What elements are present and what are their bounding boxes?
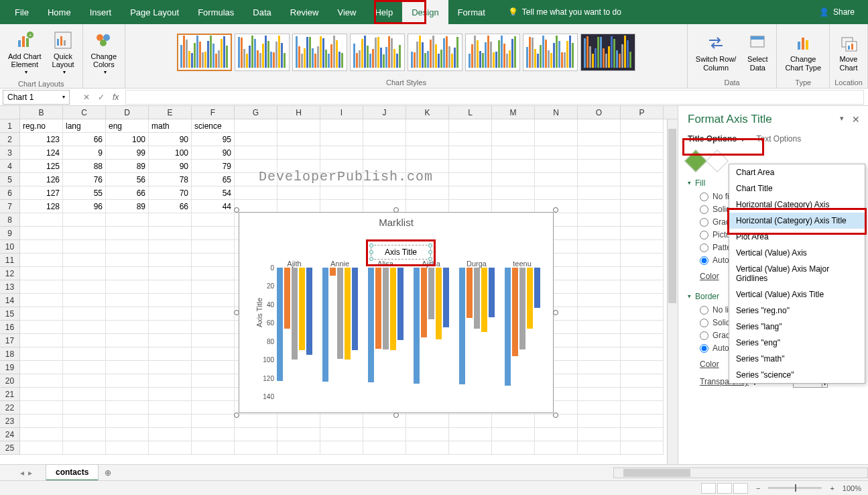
cell[interactable]: 96 <box>63 200 106 213</box>
col-header[interactable]: F <box>192 106 235 119</box>
cell[interactable] <box>320 200 363 213</box>
tab-formulas[interactable]: Formulas <box>188 0 243 24</box>
tab-review[interactable]: Review <box>281 0 328 24</box>
cell[interactable] <box>621 361 664 374</box>
cell[interactable] <box>63 401 106 415</box>
cell[interactable] <box>277 415 320 428</box>
cell[interactable] <box>20 415 63 428</box>
cell[interactable] <box>106 388 149 401</box>
col-header[interactable]: K <box>406 106 449 119</box>
cell[interactable] <box>235 415 277 428</box>
cell[interactable] <box>106 415 149 428</box>
sheet-nav[interactable]: ◂▸ <box>20 468 32 478</box>
cell[interactable]: 66 <box>149 200 192 213</box>
dropdown-item[interactable]: Plot Area <box>729 229 865 245</box>
cell[interactable] <box>20 347 63 361</box>
cell[interactable]: 95 <box>192 133 235 146</box>
cell[interactable] <box>449 415 492 428</box>
chart-title[interactable]: Marklist <box>239 217 553 228</box>
cell[interactable] <box>621 334 664 347</box>
tab-page-layout[interactable]: Page Layout <box>121 0 188 24</box>
row-header[interactable]: 2 <box>0 133 20 146</box>
cell[interactable] <box>235 160 277 173</box>
cell[interactable] <box>406 186 449 200</box>
cell[interactable] <box>192 334 235 347</box>
zoom-out-icon[interactable]: − <box>756 484 760 492</box>
cell[interactable] <box>535 441 578 455</box>
cell[interactable] <box>235 173 277 186</box>
sheet-tab-contacts[interactable]: contacts <box>46 464 99 481</box>
fx-icon[interactable]: fx <box>113 93 119 102</box>
cell[interactable] <box>621 307 664 321</box>
cell[interactable]: 123 <box>20 133 63 146</box>
cell[interactable] <box>578 428 621 441</box>
cell[interactable] <box>106 240 149 254</box>
tab-view[interactable]: View <box>328 0 365 24</box>
bar[interactable] <box>467 268 473 318</box>
col-header[interactable]: D <box>106 106 149 119</box>
cell[interactable] <box>320 119 363 133</box>
cell[interactable] <box>106 428 149 441</box>
row-header[interactable]: 21 <box>0 388 20 401</box>
cell[interactable] <box>106 441 149 455</box>
tab-text-options[interactable]: Text Options <box>756 134 801 146</box>
cell[interactable]: 124 <box>20 146 63 160</box>
cell[interactable] <box>235 441 277 455</box>
row-header[interactable]: 12 <box>0 267 20 280</box>
row-header[interactable]: 20 <box>0 374 20 388</box>
cell[interactable] <box>406 415 449 428</box>
cell[interactable] <box>535 173 578 186</box>
cell[interactable] <box>621 173 664 186</box>
cell[interactable] <box>578 388 621 401</box>
cell[interactable]: 55 <box>63 186 106 200</box>
cell[interactable]: 90 <box>149 133 192 146</box>
cell[interactable] <box>277 160 320 173</box>
cell[interactable] <box>492 186 535 200</box>
cell[interactable]: 125 <box>20 160 63 173</box>
cell[interactable] <box>63 428 106 441</box>
cell[interactable] <box>192 401 235 415</box>
zoom-in-icon[interactable]: + <box>830 484 834 492</box>
cell[interactable] <box>149 213 192 227</box>
cell[interactable] <box>578 415 621 428</box>
zoom-level[interactable]: 100% <box>843 484 861 492</box>
cell[interactable]: 65 <box>192 173 235 186</box>
tell-me-search[interactable]: 💡 Tell me what you want to do <box>508 7 621 17</box>
cell[interactable] <box>406 173 449 186</box>
bar[interactable] <box>322 268 328 382</box>
tab-home[interactable]: Home <box>38 0 80 24</box>
cell[interactable] <box>20 267 63 280</box>
cell[interactable] <box>63 388 106 401</box>
tab-title-options[interactable]: Title Options ▾ <box>688 134 744 146</box>
cell[interactable] <box>192 280 235 294</box>
cell[interactable] <box>20 441 63 455</box>
bar[interactable] <box>505 268 511 386</box>
cell[interactable] <box>406 160 449 173</box>
cell[interactable] <box>63 374 106 388</box>
cell[interactable] <box>535 160 578 173</box>
dropdown-item[interactable]: Horizontal (Category) Axis <box>729 197 865 213</box>
bar[interactable] <box>512 268 518 356</box>
cell[interactable] <box>20 213 63 227</box>
cell[interactable] <box>320 441 363 455</box>
cell[interactable] <box>106 334 149 347</box>
cell[interactable] <box>149 361 192 374</box>
cell[interactable] <box>578 146 621 160</box>
bar[interactable] <box>397 268 404 340</box>
cell[interactable] <box>192 294 235 307</box>
cell[interactable] <box>621 133 664 146</box>
cell[interactable] <box>578 321 621 334</box>
cell[interactable] <box>320 428 363 441</box>
row-header[interactable]: 6 <box>0 186 20 200</box>
cell[interactable] <box>106 374 149 388</box>
col-header[interactable]: B <box>20 106 63 119</box>
cell[interactable] <box>320 133 363 146</box>
cell[interactable] <box>578 307 621 321</box>
chart-style-thumb[interactable] <box>465 34 520 71</box>
cell[interactable] <box>449 119 492 133</box>
cell[interactable] <box>106 347 149 361</box>
cell[interactable] <box>20 294 63 307</box>
page-layout-view-icon[interactable] <box>717 483 732 494</box>
bar[interactable] <box>527 268 533 329</box>
row-header[interactable]: 3 <box>0 146 20 160</box>
